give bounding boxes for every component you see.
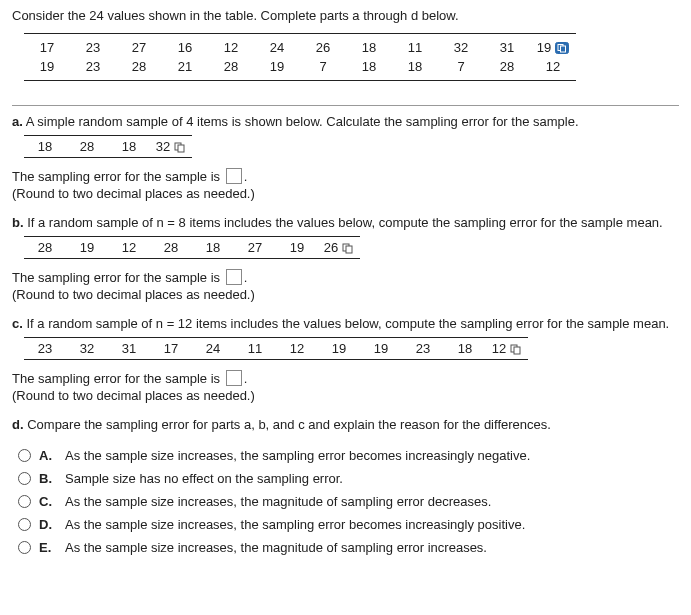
part-a: a. A simple random sample of 4 items is …	[12, 114, 679, 201]
choice-c[interactable]: C. As the sample size increases, the mag…	[12, 490, 679, 513]
part-label: d.	[12, 417, 24, 432]
sample-cell: 19	[66, 240, 108, 255]
sample-cell: 23	[24, 341, 66, 356]
part-b-text: b. If a random sample of n = 8 items inc…	[12, 215, 679, 230]
part-a-text: a. A simple random sample of 4 items is …	[12, 114, 679, 129]
sample-cell: 17	[150, 341, 192, 356]
sample-b-values: 28 19 12 28 18 27 19 26	[24, 236, 360, 259]
sample-cell: 23	[402, 341, 444, 356]
sample-cell: 19	[360, 341, 402, 356]
radio-icon[interactable]	[18, 518, 31, 531]
table-cell: 28	[484, 57, 530, 76]
table-cell: 11	[392, 38, 438, 57]
table-cell: 31	[484, 38, 530, 57]
choice-text: As the sample size increases, the sampli…	[65, 448, 530, 463]
table-cell: 12	[208, 38, 254, 57]
answer-line-b: The sampling error for the sample is .	[12, 269, 679, 285]
divider	[12, 105, 679, 106]
table-cell: 19	[530, 38, 576, 57]
table-cell: 21	[162, 57, 208, 76]
choice-letter: A.	[39, 448, 57, 463]
sample-cell: 24	[192, 341, 234, 356]
choice-letter: D.	[39, 517, 57, 532]
part-d: d. Compare the sampling error for parts …	[12, 417, 679, 559]
copy-icon[interactable]	[174, 142, 186, 153]
svg-rect-4	[178, 145, 184, 152]
part-b: b. If a random sample of n = 8 items inc…	[12, 215, 679, 302]
choice-text: Sample size has no effect on the samplin…	[65, 471, 343, 486]
population-table: 17 23 27 16 12 24 26 18 11 32 31 19 19 2…	[24, 33, 576, 81]
part-label: b.	[12, 215, 24, 230]
table-cell: 28	[116, 57, 162, 76]
radio-icon[interactable]	[18, 449, 31, 462]
part-c: c. If a random sample of n = 12 items in…	[12, 316, 679, 403]
part-label: c.	[12, 316, 23, 331]
radio-icon[interactable]	[18, 495, 31, 508]
table-cell: 32	[438, 38, 484, 57]
radio-icon[interactable]	[18, 541, 31, 554]
sample-cell: 18	[108, 139, 150, 154]
svg-rect-2	[561, 46, 566, 52]
sample-cell: 19	[276, 240, 318, 255]
sample-cell: 12	[276, 341, 318, 356]
choice-text: As the sample size increases, the magnit…	[65, 494, 491, 509]
copy-icon[interactable]	[342, 243, 354, 254]
answer-input-b[interactable]	[226, 269, 242, 285]
table-cell: 19	[254, 57, 300, 76]
table-row: 19 23 28 21 28 19 7 18 18 7 28 12	[24, 57, 576, 76]
sample-c-values: 23 32 31 17 24 11 12 19 19 23 18 12	[24, 337, 528, 360]
table-cell: 16	[162, 38, 208, 57]
choice-letter: E.	[39, 540, 57, 555]
question-prompt: Consider the 24 values shown in the tabl…	[12, 8, 679, 23]
sample-cell: 19	[318, 341, 360, 356]
table-cell: 24	[254, 38, 300, 57]
sample-cell: 18	[24, 139, 66, 154]
table-cell: 17	[24, 38, 70, 57]
part-label: a.	[12, 114, 23, 129]
choice-d[interactable]: D. As the sample size increases, the sam…	[12, 513, 679, 536]
sample-cell: 12	[108, 240, 150, 255]
answer-line-c: The sampling error for the sample is .	[12, 370, 679, 386]
choice-a[interactable]: A. As the sample size increases, the sam…	[12, 444, 679, 467]
table-cell: 26	[300, 38, 346, 57]
table-cell: 23	[70, 57, 116, 76]
svg-rect-6	[346, 246, 352, 253]
table-cell: 27	[116, 38, 162, 57]
table-row: 17 23 27 16 12 24 26 18 11 32 31 19	[24, 38, 576, 57]
choice-text: As the sample size increases, the sampli…	[65, 517, 525, 532]
copy-icon[interactable]	[555, 42, 569, 54]
table-cell: 7	[300, 57, 346, 76]
table-cell: 18	[392, 57, 438, 76]
table-cell: 7	[438, 57, 484, 76]
table-cell: 19	[24, 57, 70, 76]
sample-cell: 28	[66, 139, 108, 154]
table-cell: 18	[346, 38, 392, 57]
sample-cell: 28	[150, 240, 192, 255]
answer-input-a[interactable]	[226, 168, 242, 184]
radio-icon[interactable]	[18, 472, 31, 485]
sample-cell: 26	[318, 240, 360, 255]
table-cell: 28	[208, 57, 254, 76]
choice-text: As the sample size increases, the magnit…	[65, 540, 487, 555]
rounding-hint: (Round to two decimal places as needed.)	[12, 388, 679, 403]
sample-cell: 32	[150, 139, 192, 154]
rounding-hint: (Round to two decimal places as needed.)	[12, 287, 679, 302]
svg-rect-8	[514, 347, 520, 354]
sample-a-values: 18 28 18 32	[24, 135, 192, 158]
rounding-hint: (Round to two decimal places as needed.)	[12, 186, 679, 201]
choice-b[interactable]: B. Sample size has no effect on the samp…	[12, 467, 679, 490]
sample-cell: 31	[108, 341, 150, 356]
sample-cell: 11	[234, 341, 276, 356]
choice-e[interactable]: E. As the sample size increases, the mag…	[12, 536, 679, 559]
copy-icon[interactable]	[510, 344, 522, 355]
answer-line-a: The sampling error for the sample is .	[12, 168, 679, 184]
part-d-text: d. Compare the sampling error for parts …	[12, 417, 679, 432]
sample-cell: 18	[444, 341, 486, 356]
table-cell: 18	[346, 57, 392, 76]
multiple-choice-list: A. As the sample size increases, the sam…	[12, 444, 679, 559]
table-cell: 23	[70, 38, 116, 57]
sample-cell: 12	[486, 341, 528, 356]
choice-letter: B.	[39, 471, 57, 486]
answer-input-c[interactable]	[226, 370, 242, 386]
table-cell: 12	[530, 57, 576, 76]
